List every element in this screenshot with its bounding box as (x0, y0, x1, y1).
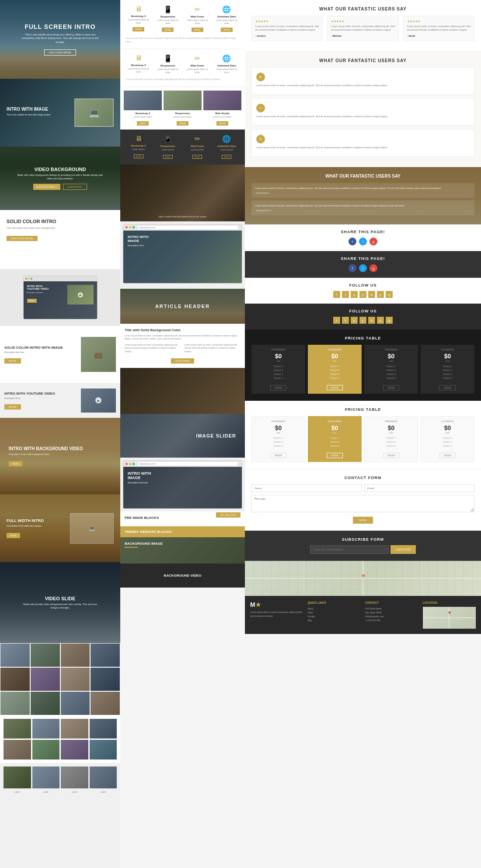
webfonts-icon: ✏ (185, 5, 210, 14)
pi-follow-icon[interactable]: p (377, 291, 384, 298)
video-bg-btn1[interactable]: DISCOVER MORE » (33, 184, 61, 190)
full-width-btn[interactable]: MORE (7, 533, 20, 538)
full-screen-intro-btn[interactable]: DISCOVER MORE (44, 49, 76, 56)
read-more-btn[interactable]: READ MORE (171, 358, 194, 364)
plan-price-ult: $0 (424, 353, 471, 360)
pricing-btn-feat[interactable]: ORDER (327, 385, 342, 390)
googleplus-dark-icon[interactable]: g (369, 264, 377, 272)
subscribe-email-input[interactable] (310, 545, 389, 554)
testimonial-text: Lorem ipsum dolor sit amet, consectetur … (407, 24, 471, 32)
ig-follow-icon[interactable]: ig (386, 291, 393, 298)
twitter-icon[interactable]: t (359, 238, 367, 245)
contact-message-input[interactable] (251, 495, 474, 512)
photo-cell (90, 643, 120, 667)
laptop-icon: 💻 (89, 108, 100, 118)
feature-dark-btn[interactable]: MORE (163, 155, 173, 159)
browser-2-section: mybusiness.com INTRO WITHIMAGE Descripti… (120, 458, 245, 511)
full-dot-2[interactable] (132, 463, 135, 465)
light-ult-btn[interactable]: ORDER (439, 453, 455, 458)
facebook-icon[interactable]: f (349, 238, 356, 245)
subscribe-btn[interactable]: SUBSCRIBE (390, 545, 416, 554)
contact-name-input[interactable] (251, 484, 362, 492)
footer-link[interactable]: About (308, 607, 361, 611)
footer-link[interactable]: Blog (308, 619, 361, 623)
feature-dark-btn[interactable]: MORE (192, 155, 202, 159)
in-follow-dark-icon[interactable]: in (368, 317, 375, 324)
intro-bg-video-btn[interactable]: MORE (9, 461, 22, 466)
follow-icons-dark: f t g y in p ig (250, 317, 476, 324)
video-bg-btn2[interactable]: LEARN MORE » (63, 184, 87, 190)
subscribe-title: SUBSCRIBE FORM (251, 537, 474, 542)
solid-youtube-btn[interactable]: MORE (4, 404, 21, 410)
fb-follow-dark-icon[interactable]: f (333, 317, 340, 324)
star-rating: ★★★★★ (407, 20, 471, 23)
image-slider-section: IMAGE SLIDER (120, 414, 245, 458)
feature-img-btn[interactable]: MORE (177, 121, 188, 126)
feature-btn[interactable]: MORE (162, 28, 174, 32)
small-photo (3, 719, 31, 738)
min-dot-2[interactable] (129, 463, 131, 465)
browser-2-sub: Description text here (128, 481, 237, 484)
features-footer-text: Lorem ipsum dolor sit amet consectetur a… (125, 37, 240, 43)
solid-intro-img-btn[interactable]: MORE (4, 358, 21, 364)
light-ult-plan: ULTIMATE (425, 420, 471, 423)
plan-price-feat: $0 (311, 353, 358, 360)
ig-follow-dark-icon[interactable]: ig (386, 317, 393, 324)
address-bar[interactable]: mybusiness.com (138, 226, 238, 229)
facebook-dark-icon[interactable]: f (349, 264, 356, 272)
twitter-dark-icon[interactable]: t (359, 264, 367, 272)
contact-submit-btn[interactable]: SEND (353, 517, 373, 524)
footer-link[interactable]: Contact (308, 615, 361, 619)
light-plan-price: $0 (255, 424, 301, 431)
solid-intro-img-title: SOLID COLOR INTRO WITH IMAGE (4, 346, 77, 350)
photo-cell (90, 691, 120, 715)
in-follow-icon[interactable]: in (368, 291, 375, 298)
premade-all-btn[interactable]: ALL BLOCKS (216, 512, 240, 518)
solid-color-intro-title: SOLID COLOR INTRO (7, 219, 114, 224)
feature-btn[interactable]: MORE (192, 28, 203, 32)
pricing-btn-ult[interactable]: ORDER (439, 385, 455, 390)
pricing-btn-prem[interactable]: ORDER (383, 385, 399, 390)
googleplus-icon[interactable]: g (369, 238, 377, 245)
solid-youtube-section: INTRO WITH YOUTUBE VIDEO Description her… (0, 383, 120, 418)
feature-dark-btn[interactable]: MORE (222, 155, 231, 159)
yt-follow-icon[interactable]: y (359, 291, 366, 298)
light-pricing-btn[interactable]: ORDER (270, 453, 286, 458)
feature-title: Bootstrap 3 (125, 15, 151, 18)
close-dot-2[interactable] (125, 463, 128, 465)
solid-youtube-text: INTRO WITH YOUTUBE VIDEO Description her… (4, 392, 77, 410)
feature-desc: Lorem ipsum dolor sit amet (185, 19, 210, 24)
light-prem-btn[interactable]: ORDER (383, 453, 399, 458)
tw-follow-icon[interactable]: t (342, 291, 349, 298)
feature-img-btn[interactable]: MORE (216, 121, 228, 126)
footer-link[interactable]: Team (308, 611, 361, 615)
gp-follow-dark-icon[interactable]: g (351, 317, 358, 324)
address-bar-2[interactable]: mybusiness.com (138, 462, 238, 466)
yt-follow-dark-icon[interactable]: y (359, 317, 366, 324)
pi-follow-dark-icon[interactable]: p (377, 317, 384, 324)
solid-color-intro-btn[interactable]: DISCOVER MORE (7, 236, 38, 241)
testimonial-card-2: R Lorem ipsum dolor sit amet, consectetu… (251, 67, 474, 95)
tw-follow-dark-icon[interactable]: t (342, 317, 349, 324)
plan-name-prem: PREMIUM (368, 348, 415, 351)
feature-img-btn[interactable]: MORE (137, 121, 149, 126)
features-images-section: Bootstrap 3 Lorem ipsum dolor MORE Respo… (120, 87, 245, 130)
intro-bg-video-desc: Description of intro with background vid… (9, 453, 83, 456)
feature-title: Unlimited Sites (214, 64, 240, 67)
close-btn-dot[interactable] (125, 226, 128, 228)
video-background-desc: Made with video background settings by p… (17, 174, 104, 180)
contact-email-input[interactable] (364, 484, 474, 492)
minimize-btn-dot[interactable] (129, 226, 131, 228)
play-icon[interactable]: ▶ (95, 397, 101, 403)
light-feat-btn[interactable]: ORDER (327, 453, 342, 458)
gp-follow-icon[interactable]: g (351, 291, 358, 298)
feature-btn[interactable]: MORE (221, 28, 233, 32)
fb-follow-icon[interactable]: f (333, 291, 340, 298)
pricing-btn[interactable]: ORDER (270, 385, 286, 390)
bootstrap-icon-2: 🖥 (125, 54, 151, 62)
photo-row-3 (0, 691, 120, 715)
fullscreen-btn-dot[interactable] (132, 226, 135, 228)
feature-btn[interactable]: MORE (132, 27, 144, 32)
plan-period-ult: /mo (424, 360, 471, 362)
feature-dark-btn[interactable]: MORE (134, 154, 143, 158)
